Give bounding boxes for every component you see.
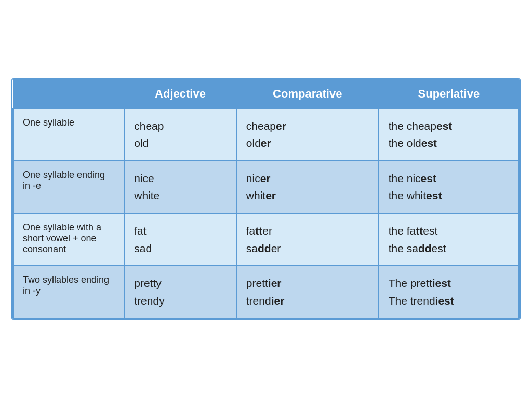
category-cell: Two syllables ending in -y [13, 266, 124, 318]
adjective-cell: nicewhite [124, 161, 236, 213]
comparative-cell: nicerwhiter [236, 161, 379, 213]
header-adjective: Adjective [124, 79, 236, 108]
grammar-table: Adjective Comparative Superlative One sy… [11, 78, 521, 320]
category-cell: One syllable [13, 108, 124, 161]
category-cell: One syllable with a short vowel + one co… [13, 213, 124, 266]
comparative-cell: fattersadder [236, 213, 379, 266]
header-category [13, 79, 124, 108]
category-cell: One syllable ending in -e [13, 161, 124, 213]
header-comparative: Comparative [236, 79, 379, 108]
header-superlative: Superlative [379, 79, 519, 108]
comparative-cell: prettiertrendier [236, 266, 379, 318]
adjective-cell: fatsad [124, 213, 236, 266]
superlative-cell: the fattestthe saddest [379, 213, 519, 266]
superlative-cell: the nicestthe whitest [379, 161, 519, 213]
adjective-cell: cheapold [124, 108, 236, 161]
superlative-cell: The prettiestThe trendiest [379, 266, 519, 318]
adjective-cell: prettytrendy [124, 266, 236, 318]
superlative-cell: the cheapestthe oldest [379, 108, 519, 161]
comparative-cell: cheaperolder [236, 108, 379, 161]
